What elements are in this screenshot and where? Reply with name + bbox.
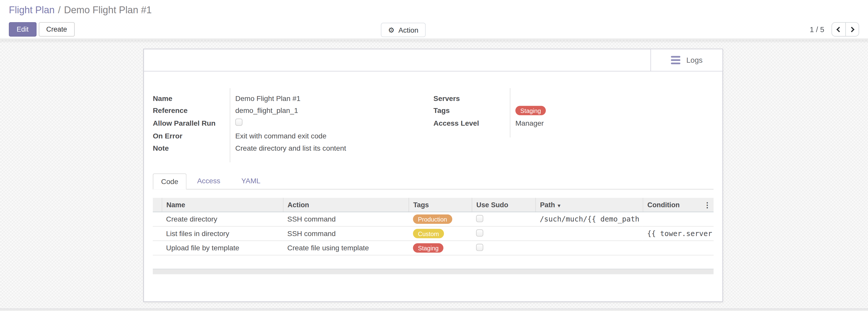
button-box: Logs bbox=[144, 49, 722, 72]
tag-staging: Staging bbox=[413, 244, 443, 253]
use-sudo-checkbox[interactable] bbox=[476, 244, 483, 251]
notebook-tabs: Code Access YAML bbox=[153, 173, 714, 190]
field-label-name: Name bbox=[153, 94, 230, 103]
column-header-path[interactable]: Path▾ bbox=[535, 198, 643, 213]
field-name: Name Demo Flight Plan #1 bbox=[153, 92, 433, 105]
form-view-background: Logs Name Demo Flight Plan #1 Reference … bbox=[0, 40, 868, 311]
table-row[interactable]: Create directory SSH command Production … bbox=[153, 212, 714, 227]
field-servers: Servers bbox=[433, 92, 714, 105]
field-label-access-level: Access Level bbox=[433, 119, 510, 128]
control-panel: Flight Plan/Demo Flight Plan #1 Edit Cre… bbox=[0, 0, 868, 39]
breadcrumb: Flight Plan/Demo Flight Plan #1 bbox=[9, 4, 152, 16]
pager-next-button[interactable] bbox=[845, 23, 859, 36]
cell-name: List files in directory bbox=[162, 227, 283, 241]
horizontal-scrollbar[interactable] bbox=[153, 269, 714, 275]
field-access-level: Access Level Manager bbox=[433, 117, 714, 130]
field-value-name: Demo Flight Plan #1 bbox=[230, 94, 301, 103]
cell-path bbox=[535, 241, 643, 255]
column-header-use-sudo[interactable]: Use Sudo bbox=[472, 198, 535, 213]
pager-previous-button[interactable] bbox=[832, 23, 845, 36]
cell-name: Upload file by template bbox=[162, 241, 283, 255]
tag-staging: Staging bbox=[515, 106, 546, 115]
field-value-on-error: Exit with command exit code bbox=[230, 132, 327, 140]
field-label-servers: Servers bbox=[433, 94, 510, 103]
breadcrumb-current: Demo Flight Plan #1 bbox=[64, 4, 152, 15]
command-lines-table: Name Action Tags Use Sudo Path▾ Conditio… bbox=[153, 198, 714, 256]
cell-action: SSH command bbox=[283, 227, 408, 241]
logs-button-label: Logs bbox=[686, 56, 703, 64]
table-header-row: Name Action Tags Use Sudo Path▾ Conditio… bbox=[153, 198, 714, 213]
use-sudo-checkbox[interactable] bbox=[476, 215, 483, 222]
cell-path: /such/much/{{ demo_path }} bbox=[535, 212, 643, 227]
tab-yaml[interactable]: YAML bbox=[231, 173, 271, 190]
row-handle-cell bbox=[153, 227, 162, 241]
action-button[interactable]: ⚙ Action bbox=[381, 23, 426, 37]
app-root: Flight Plan/Demo Flight Plan #1 Edit Cre… bbox=[0, 0, 868, 311]
pager-value: 1 / 5 bbox=[810, 25, 824, 34]
field-value-reference: demo_flight_plan_1 bbox=[230, 107, 298, 115]
cell-action: SSH command bbox=[283, 212, 408, 227]
field-group-left: Name Demo Flight Plan #1 Reference demo_… bbox=[153, 92, 433, 155]
field-value-access-level: Manager bbox=[510, 119, 544, 128]
field-allow-parallel-run: Allow Parallel Run bbox=[153, 117, 433, 130]
field-on-error: On Error Exit with command exit code bbox=[153, 130, 433, 142]
tag-production: Production bbox=[413, 215, 452, 224]
cell-condition: {{ tower.server.st bbox=[643, 227, 713, 241]
column-header-handle bbox=[153, 198, 162, 213]
table-row[interactable]: Upload file by template Create file usin… bbox=[153, 241, 714, 255]
logs-stat-button[interactable]: Logs bbox=[650, 49, 722, 71]
field-label-reference: Reference bbox=[153, 107, 230, 115]
table-row[interactable]: List files in directory SSH command Cust… bbox=[153, 227, 714, 241]
row-handle-cell bbox=[153, 241, 162, 255]
cell-condition bbox=[643, 212, 713, 227]
chevron-right-icon bbox=[849, 27, 854, 32]
field-value-note: Create directory and list its content bbox=[230, 144, 346, 152]
form-sheet: Logs Name Demo Flight Plan #1 Reference … bbox=[144, 49, 723, 302]
row-handle-cell bbox=[153, 212, 162, 227]
field-label-tags: Tags bbox=[433, 107, 510, 115]
field-note: Note Create directory and list its conte… bbox=[153, 142, 433, 154]
cell-condition bbox=[643, 241, 713, 255]
use-sudo-checkbox[interactable] bbox=[476, 229, 483, 236]
cell-name: Create directory bbox=[162, 212, 283, 227]
create-button[interactable]: Create bbox=[38, 22, 74, 37]
field-group-right: Servers Tags Staging Access Level Manage… bbox=[433, 92, 714, 130]
tab-access[interactable]: Access bbox=[187, 173, 231, 190]
pager-button-group bbox=[832, 22, 859, 37]
field-groups: Name Demo Flight Plan #1 Reference demo_… bbox=[153, 92, 714, 155]
column-header-action[interactable]: Action bbox=[283, 198, 408, 213]
tag-custom: Custom bbox=[413, 229, 444, 238]
gear-icon: ⚙ bbox=[388, 26, 395, 33]
tab-code[interactable]: Code bbox=[153, 173, 187, 190]
edit-button[interactable]: Edit bbox=[9, 22, 36, 37]
optional-columns-icon[interactable]: ⋮ bbox=[704, 201, 711, 209]
cell-path bbox=[535, 227, 643, 241]
breadcrumb-parent-link[interactable]: Flight Plan bbox=[9, 4, 55, 15]
chevron-left-icon bbox=[837, 27, 842, 32]
field-reference: Reference demo_flight_plan_1 bbox=[153, 105, 433, 117]
field-tags: Tags Staging bbox=[433, 105, 714, 117]
column-header-tags[interactable]: Tags bbox=[408, 198, 472, 213]
column-header-condition[interactable]: Condition⋮ bbox=[643, 198, 713, 213]
field-label-allow-parallel-run: Allow Parallel Run bbox=[153, 119, 230, 128]
field-label-on-error: On Error bbox=[153, 132, 230, 140]
allow-parallel-run-checkbox[interactable] bbox=[235, 119, 243, 126]
bottom-panel-edge bbox=[0, 308, 868, 311]
sort-desc-icon: ▾ bbox=[558, 203, 560, 208]
bars-icon bbox=[671, 56, 680, 64]
column-header-name[interactable]: Name bbox=[162, 198, 283, 213]
cell-action: Create file using template bbox=[283, 241, 408, 255]
action-button-label: Action bbox=[398, 26, 418, 34]
breadcrumb-separator: / bbox=[58, 4, 61, 15]
field-label-note: Note bbox=[153, 144, 230, 152]
